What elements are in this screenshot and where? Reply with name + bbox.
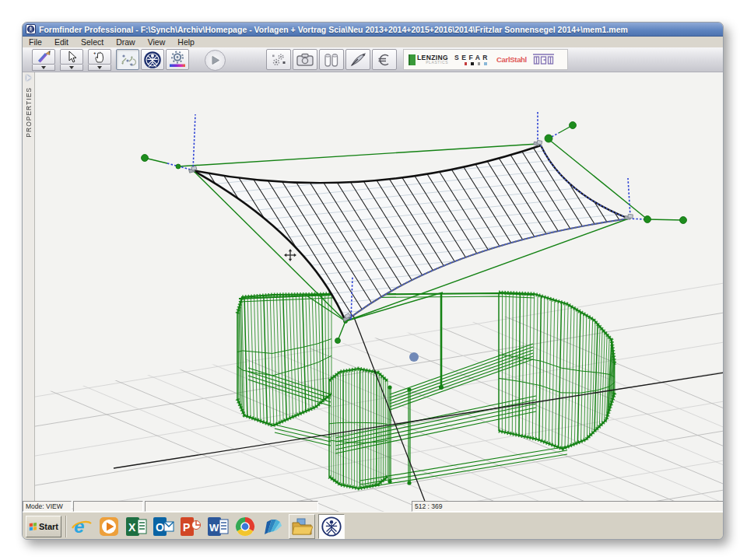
pan-hand-dropdown[interactable] — [88, 65, 111, 71]
lenzing-icon — [409, 54, 416, 65]
taskbar-excel[interactable]: X — [125, 516, 147, 537]
menu-help[interactable]: Help — [171, 37, 201, 47]
fabric-rolls-icon — [323, 51, 340, 68]
anchor-point — [142, 155, 149, 162]
render-settings-button[interactable] — [166, 49, 189, 70]
anchor-point — [545, 135, 552, 142]
anchor-point — [680, 217, 687, 224]
anchor-point — [335, 338, 341, 344]
status-cell-3 — [145, 501, 318, 512]
svg-text:X: X — [128, 521, 136, 534]
cost-button[interactable] — [372, 49, 397, 70]
sponsor-logo-panel: LENZING PLASTICS SEFAR CarlStahl — [403, 49, 568, 70]
scene-svg — [35, 72, 724, 512]
draw-pencil-dropdown[interactable] — [32, 65, 55, 71]
anchor-point — [570, 122, 577, 129]
transform-points-button[interactable] — [116, 49, 139, 70]
properties-panel-tab[interactable]: PROPERTIES — [23, 72, 35, 501]
gear-rainbow-icon — [168, 51, 187, 69]
taskbar: Start e X — [23, 512, 723, 540]
pan-cursor-icon — [284, 249, 296, 261]
menu-bar: File Edit Select Draw View Help — [23, 37, 723, 47]
status-cell-2 — [73, 501, 143, 512]
euro-icon — [376, 51, 393, 68]
taskbar-powerpoint[interactable]: P — [180, 516, 202, 537]
properties-label: PROPERTIES — [25, 87, 33, 138]
title-bar: Formfinder Professional - F:\Synch\Archi… — [23, 23, 723, 37]
start-label: Start — [39, 522, 58, 531]
move-points-icon — [119, 51, 136, 68]
play-button[interactable] — [205, 50, 226, 71]
svg-text:W: W — [209, 522, 219, 534]
membrane-sail — [110, 75, 724, 413]
pan-hand-button[interactable]: + — [88, 49, 111, 65]
generator-button[interactable] — [266, 49, 291, 70]
hand-icon: + — [93, 50, 107, 64]
pencil-icon — [36, 50, 51, 64]
taskbar-file-explorer[interactable] — [289, 514, 315, 539]
folder-icon — [291, 516, 313, 537]
viewport-3d[interactable] — [35, 72, 724, 512]
svg-text:+: + — [93, 51, 96, 55]
vitruvian-man-icon — [143, 51, 162, 69]
taskbar-chrome[interactable] — [234, 516, 256, 537]
gears-pair-icon — [270, 51, 287, 68]
anchor-point — [176, 164, 181, 169]
taskbar-separator — [65, 516, 67, 537]
taskbar-outlook[interactable]: O — [153, 516, 174, 537]
status-mode: Mode: VIEW — [23, 501, 72, 512]
taskbar-scia-engineer[interactable] — [261, 516, 283, 537]
snapshot-button[interactable] — [293, 49, 317, 70]
material-rolls-button[interactable] — [319, 49, 344, 70]
lenzing-logo: LENZING PLASTICS — [409, 54, 448, 65]
vitruvian-man-icon — [26, 25, 35, 33]
detailing-button[interactable] — [345, 49, 370, 70]
word-icon: W — [207, 516, 229, 537]
play-icon — [209, 54, 221, 66]
vitruvian-man-icon — [321, 516, 342, 537]
scia-fan-icon — [261, 516, 283, 537]
app-window: Formfinder Professional - F:\Synch\Archi… — [22, 22, 724, 540]
svg-text:e: e — [74, 516, 84, 537]
expand-arrow-icon — [26, 75, 31, 81]
taskbar-formfinder[interactable] — [318, 514, 345, 539]
start-button[interactable]: Start — [26, 516, 61, 537]
menu-view[interactable]: View — [142, 37, 172, 47]
menu-edit[interactable]: Edit — [48, 37, 75, 47]
camera-icon — [296, 52, 314, 68]
sefar-squares — [465, 62, 487, 65]
lenzing-subtext: PLASTICS — [426, 61, 448, 65]
outlook-icon: O — [153, 516, 174, 537]
svg-text:P: P — [183, 521, 190, 534]
sefar-text: SEFAR — [454, 54, 490, 61]
formfinder-tool-button[interactable] — [141, 49, 164, 70]
cursor-arrow-icon — [65, 50, 79, 64]
excel-icon: X — [125, 516, 147, 537]
svg-text:O: O — [156, 521, 164, 534]
carlstahl-logo: CarlStahl — [496, 55, 527, 64]
taskbar-media-player[interactable] — [98, 516, 120, 537]
feather-pen-icon — [349, 51, 367, 68]
select-cursor-button[interactable] — [60, 49, 83, 65]
internet-explorer-icon: e — [71, 516, 93, 537]
menu-file[interactable]: File — [23, 37, 48, 47]
status-coordinates: 512 : 369 — [412, 501, 724, 512]
app-icon — [26, 24, 36, 34]
select-cursor-dropdown[interactable] — [60, 65, 83, 71]
sefar-logo: SEFAR — [454, 54, 490, 65]
windows-logo-icon — [29, 521, 37, 532]
toolbar: + — [23, 47, 723, 72]
desktop: Formfinder Professional - F:\Synch\Archi… — [0, 0, 747, 560]
window-title: Formfinder Professional - F:\Synch\Archi… — [39, 25, 628, 34]
draw-pencil-button[interactable] — [32, 49, 55, 65]
media-player-icon — [98, 516, 120, 537]
menu-select[interactable]: Select — [75, 37, 110, 47]
powerpoint-icon: P — [180, 516, 202, 537]
menu-draw[interactable]: Draw — [110, 37, 142, 47]
taskbar-internet-explorer[interactable]: e — [71, 516, 93, 537]
chrome-icon — [234, 516, 256, 537]
reference-sphere — [409, 352, 419, 362]
purple-partner-logo — [533, 53, 554, 66]
taskbar-word[interactable]: W — [207, 516, 229, 537]
anchor-point — [644, 216, 651, 223]
